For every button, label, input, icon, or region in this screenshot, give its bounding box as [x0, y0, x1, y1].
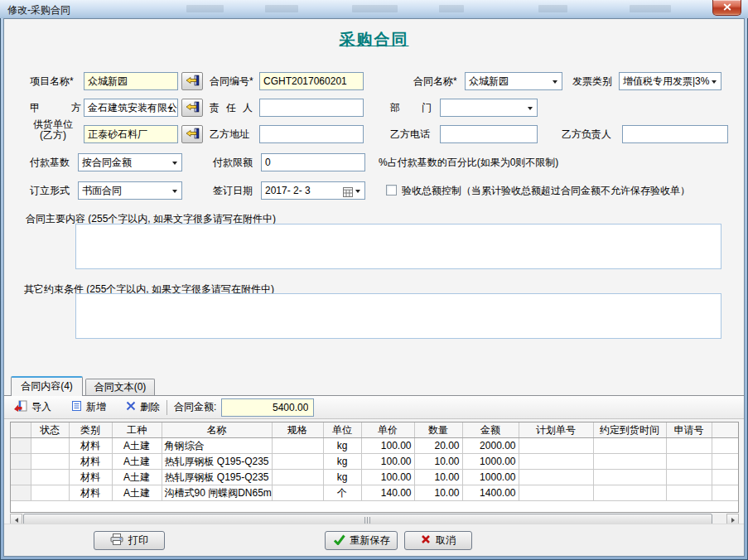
table-cell[interactable]	[666, 454, 712, 470]
contract-no-input[interactable]	[259, 72, 364, 90]
table-cell[interactable]: A土建	[112, 470, 162, 485]
items-grid: 状态类别工种名称规格单位单价数量金额计划单号约定到货时间申请号材料A土建角钢综合…	[10, 422, 739, 513]
table-cell[interactable]: kg	[323, 454, 361, 470]
party-b-phone-label: 乙方电话	[390, 128, 430, 141]
import-button[interactable]: 导入	[14, 400, 51, 414]
table-cell[interactable]: A土建	[112, 485, 162, 501]
table-cell[interactable]	[593, 454, 666, 470]
pay-limit-input[interactable]	[261, 153, 365, 171]
table-cell[interactable]	[593, 470, 666, 485]
table-cell[interactable]: 材料	[69, 485, 112, 501]
column-header: 规格	[272, 422, 323, 438]
table-cell[interactable]: 100.00	[361, 438, 414, 454]
table-cell[interactable]: 1400.00	[462, 485, 519, 501]
table-cell[interactable]	[272, 454, 323, 470]
save-button[interactable]: 重新保存	[325, 531, 398, 550]
table-cell[interactable]	[519, 470, 593, 485]
contract-name-select[interactable]: 众城新园	[465, 72, 562, 90]
form-type-select[interactable]: 书面合同	[78, 181, 182, 200]
table-cell[interactable]: 2000.00	[462, 438, 519, 454]
chevron-down-icon	[172, 162, 177, 165]
red-x-icon	[421, 534, 431, 547]
party-b-person-input[interactable]	[622, 125, 728, 143]
resp-person-label: 责任人	[210, 101, 253, 114]
resp-person-input[interactable]	[259, 99, 364, 117]
sign-date-picker[interactable]: 2017- 2- 3	[261, 181, 365, 200]
table-cell[interactable]	[31, 438, 69, 454]
cancel-button[interactable]: 取消	[404, 531, 472, 550]
table-row[interactable]: 材料A土建热轧厚钢板 Q195-Q235 2kg100.0010.001000.…	[11, 454, 738, 470]
invoice-type-select[interactable]: 增值税专用发票|3%	[619, 72, 721, 90]
table-cell[interactable]	[593, 438, 666, 454]
add-row-button[interactable]: 新增	[71, 400, 106, 414]
table-cell[interactable]: 10.00	[414, 485, 462, 501]
other-terms-textarea[interactable]	[75, 293, 721, 339]
table-cell[interactable]: 个	[323, 485, 361, 501]
table-cell[interactable]	[31, 470, 69, 485]
project-picker-button[interactable]	[181, 72, 203, 90]
table-row[interactable]: 材料A土建热轧厚钢板 Q195-Q235 8kg100.0010.001000.…	[11, 470, 738, 485]
table-cell[interactable]	[519, 485, 593, 501]
table-cell[interactable]	[666, 470, 712, 485]
department-label: 部门	[390, 101, 432, 114]
dialog-window: 修改-采购合同 采购合同 项目名称* 合同编号* 合同名称* 众城新园 发票类别…	[0, 0, 748, 560]
pointing-hand-book-icon	[186, 101, 200, 115]
table-cell[interactable]	[666, 485, 712, 501]
table-cell[interactable]	[272, 485, 323, 501]
table-cell[interactable]: 热轧厚钢板 Q195-Q235 2	[162, 454, 272, 470]
table-cell[interactable]: 1000.00	[462, 470, 519, 485]
contract-amount-input[interactable]	[221, 398, 314, 417]
table-cell[interactable]: 1000.00	[462, 454, 519, 470]
table-cell[interactable]: 140.00	[361, 485, 414, 501]
supplier-picker-button[interactable]	[181, 125, 203, 143]
table-cell[interactable]: 100.00	[361, 454, 414, 470]
party-b-addr-input[interactable]	[259, 125, 364, 143]
pay-base-select[interactable]: 按合同金额	[78, 153, 182, 171]
table-cell[interactable]: 角钢综合	[162, 438, 272, 454]
table-cell[interactable]	[593, 485, 666, 501]
table-cell[interactable]: 沟槽式90 闸蝶阀DN65mm	[162, 485, 272, 501]
close-button[interactable]	[712, 0, 741, 16]
table-cell[interactable]: kg	[323, 438, 361, 454]
table-cell[interactable]: 材料	[69, 470, 112, 485]
supplier-input[interactable]	[84, 125, 178, 143]
pointing-hand-book-icon	[186, 128, 200, 142]
tab-contract-text[interactable]: 合同文本(0)	[85, 379, 155, 396]
table-cell[interactable]: A土建	[112, 438, 162, 454]
table-cell[interactable]	[666, 438, 712, 454]
accept-total-checkbox[interactable]	[386, 185, 397, 196]
titlebar-ghost	[265, 5, 298, 12]
table-cell[interactable]	[519, 438, 593, 454]
table-cell[interactable]: 材料	[69, 454, 112, 470]
table-cell[interactable]: 10.00	[414, 470, 462, 485]
table-cell[interactable]: 20.00	[414, 438, 462, 454]
column-header: 名称	[162, 422, 272, 438]
table-cell[interactable]	[31, 454, 69, 470]
table-cell[interactable]: kg	[323, 470, 361, 485]
department-select[interactable]	[440, 99, 538, 117]
chevron-down-icon	[172, 190, 177, 193]
tab-contract-content[interactable]: 合同内容(4)	[11, 376, 83, 396]
column-header: 约定到货时间	[593, 422, 666, 438]
table-cell[interactable]	[272, 470, 323, 485]
table-row[interactable]: 材料A土建沟槽式90 闸蝶阀DN65mm个140.0010.001400.00	[11, 485, 738, 501]
party-a-picker-button[interactable]	[181, 99, 203, 117]
table-cell[interactable]	[31, 485, 69, 501]
party-b-phone-input[interactable]	[440, 125, 538, 143]
table-row[interactable]: 材料A土建角钢综合kg100.0020.002000.00	[11, 438, 738, 454]
table-cell[interactable]: 100.00	[361, 470, 414, 485]
table-cell[interactable]: 10.00	[414, 454, 462, 470]
table-cell[interactable]	[272, 438, 323, 454]
table-cell[interactable]: A土建	[112, 454, 162, 470]
delete-row-button[interactable]: 删除	[126, 400, 160, 414]
table-cell-filler	[712, 470, 738, 485]
table-cell[interactable]	[519, 454, 593, 470]
titlebar[interactable]: 修改-采购合同	[0, 0, 748, 18]
project-name-input[interactable]	[84, 72, 178, 90]
print-button[interactable]: 打印	[94, 531, 165, 550]
table-cell[interactable]: 材料	[69, 438, 112, 454]
table-cell[interactable]: 热轧厚钢板 Q195-Q235 8	[162, 470, 272, 485]
party-a-select[interactable]: 金石建筑安装有限公司	[84, 99, 178, 117]
triangle-left-icon	[15, 518, 18, 523]
main-content-textarea[interactable]	[75, 224, 721, 269]
